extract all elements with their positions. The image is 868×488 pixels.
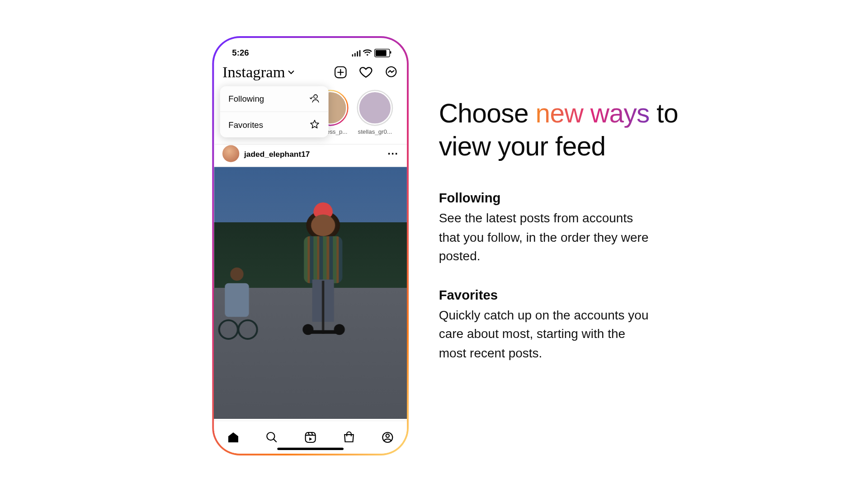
wifi-icon <box>363 49 372 56</box>
following-icon <box>309 94 320 104</box>
section-title-following: Following <box>439 190 710 206</box>
phone-device-frame: 5:26 Instagram <box>212 36 409 455</box>
status-time: 5:26 <box>232 47 249 57</box>
activity-button[interactable] <box>359 65 373 80</box>
battery-icon <box>374 49 390 57</box>
post-avatar <box>222 145 239 162</box>
status-indicators <box>352 49 390 57</box>
story-item[interactable]: stellas_gr0... <box>354 90 396 144</box>
app-header: Instagram <box>214 61 407 84</box>
nav-shop[interactable] <box>342 430 356 445</box>
feed-switcher-menu: Following Favorites <box>220 86 329 137</box>
profile-icon <box>381 431 394 444</box>
post-options-button[interactable]: ··· <box>387 147 398 160</box>
section-body-following: See the latest posts from accounts that … <box>439 208 656 265</box>
svg-point-6 <box>386 434 389 437</box>
nav-profile[interactable] <box>380 430 395 445</box>
headline: Choose new ways to view your feed <box>439 96 710 163</box>
star-icon <box>309 119 320 130</box>
shop-icon <box>342 431 355 444</box>
heart-icon <box>359 65 373 80</box>
home-indicator <box>277 448 344 450</box>
cell-signal-icon <box>352 49 360 56</box>
messenger-icon <box>385 66 398 79</box>
nav-search[interactable] <box>264 430 279 445</box>
post-image[interactable] <box>214 167 407 418</box>
svg-point-2 <box>314 95 317 99</box>
status-bar: 5:26 <box>214 38 407 58</box>
marketing-copy: Choose new ways to view your feed Follow… <box>439 96 710 384</box>
home-icon <box>226 431 240 444</box>
messages-button[interactable] <box>384 65 398 80</box>
svg-rect-4 <box>306 432 316 442</box>
phone-screen: 5:26 Instagram <box>214 38 407 454</box>
post-header: jaded_elephant17 ··· <box>214 141 407 167</box>
post-author-link[interactable]: jaded_elephant17 <box>222 145 310 162</box>
add-post-button[interactable] <box>333 65 348 80</box>
section-title-favorites: Favorites <box>439 287 710 303</box>
add-icon <box>334 66 347 79</box>
post-username: jaded_elephant17 <box>244 149 310 158</box>
search-icon <box>265 431 278 444</box>
chevron-down-icon <box>288 69 295 76</box>
menu-item-following[interactable]: Following <box>220 86 329 112</box>
nav-reels[interactable] <box>303 430 318 445</box>
feed-switcher-button[interactable]: Instagram <box>222 63 295 81</box>
section-body-favorites: Quickly catch up on the accounts you car… <box>439 305 656 362</box>
instagram-logo: Instagram <box>222 63 285 81</box>
reels-icon <box>304 431 317 444</box>
nav-home[interactable] <box>226 430 241 445</box>
menu-item-favorites[interactable]: Favorites <box>220 112 329 137</box>
